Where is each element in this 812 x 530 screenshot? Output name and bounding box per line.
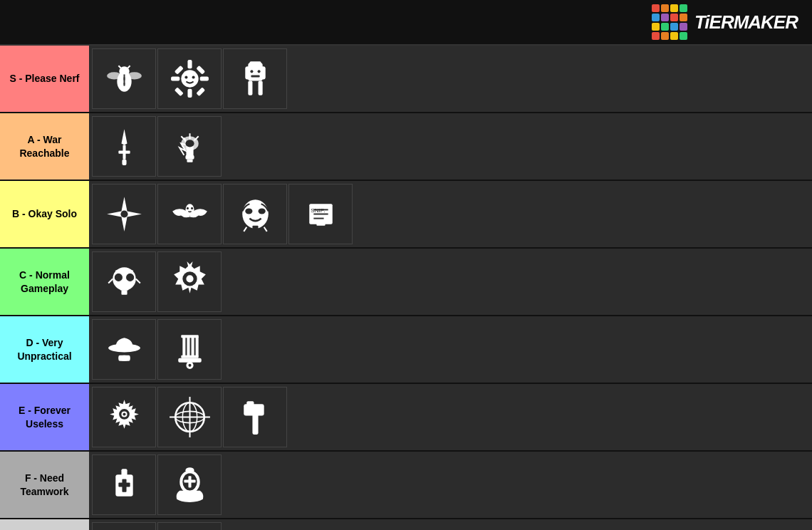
svg-rect-30 xyxy=(118,151,130,154)
svg-line-4 xyxy=(118,66,121,68)
tier-items-f xyxy=(89,452,812,518)
svg-point-45 xyxy=(242,199,269,229)
svg-point-44 xyxy=(191,207,193,209)
svg-rect-31 xyxy=(122,160,126,165)
tier-items-s xyxy=(89,46,812,112)
svg-rect-14 xyxy=(174,66,183,75)
svg-point-43 xyxy=(186,207,188,209)
item-hammer[interactable] xyxy=(223,387,287,447)
tier-label-c: C - Normal Gameplay xyxy=(0,249,89,315)
tier-label-f: F - Need Teamwork xyxy=(0,452,89,518)
svg-rect-55 xyxy=(316,223,325,226)
svg-rect-40 xyxy=(187,160,192,162)
tier-items-c xyxy=(89,249,812,315)
item-dagger[interactable] xyxy=(92,116,156,177)
svg-rect-68 xyxy=(118,355,130,361)
svg-point-19 xyxy=(192,76,194,78)
item-backpack[interactable] xyxy=(157,454,222,515)
svg-point-47 xyxy=(258,208,265,214)
item-mask[interactable] xyxy=(223,184,287,244)
tier-label-damn: Damn, no xyxy=(0,519,89,530)
svg-rect-94 xyxy=(121,469,127,477)
svg-rect-23 xyxy=(248,81,252,95)
svg-line-5 xyxy=(127,66,130,68)
svg-point-18 xyxy=(184,76,187,78)
svg-rect-22 xyxy=(259,66,265,79)
svg-point-65 xyxy=(186,275,193,282)
tier-row-s: S - Please Nerf xyxy=(0,46,812,113)
item-gear-explosion[interactable] xyxy=(157,251,222,312)
svg-rect-10 xyxy=(187,60,192,68)
header: TiERMAKER xyxy=(0,0,812,46)
tier-items-e xyxy=(89,384,812,450)
svg-point-27 xyxy=(257,70,260,73)
svg-rect-96 xyxy=(118,482,130,487)
item-scroll[interactable]: SNIP. xyxy=(288,184,353,244)
item-cowboy[interactable] xyxy=(92,319,156,380)
tier-row-c: C - Normal Gameplay xyxy=(0,249,812,316)
tier-row-f: F - Need Teamwork xyxy=(0,452,812,519)
svg-point-101 xyxy=(185,467,194,473)
tier-label-a: A - War Reachable xyxy=(0,113,89,180)
svg-point-80 xyxy=(123,412,125,415)
tier-items-b: SNIP. xyxy=(89,181,812,247)
tier-label-d: D - Very Unpractical xyxy=(0,316,89,383)
svg-rect-15 xyxy=(196,66,205,75)
svg-point-41 xyxy=(120,210,127,217)
logo-text: TiERMAKER xyxy=(694,11,798,33)
app-container: TiERMAKER S - Please Nerf xyxy=(0,0,812,530)
logo-grid xyxy=(652,4,687,40)
svg-line-49 xyxy=(244,227,246,232)
svg-rect-21 xyxy=(245,66,251,79)
svg-rect-69 xyxy=(182,336,185,356)
item-shuriken[interactable] xyxy=(92,184,156,244)
tier-items-a xyxy=(89,113,812,180)
item-turret[interactable] xyxy=(157,319,222,380)
item-hazmat[interactable] xyxy=(157,522,222,530)
svg-point-26 xyxy=(250,70,253,73)
svg-rect-48 xyxy=(252,226,258,230)
svg-point-38 xyxy=(185,140,194,147)
tier-row-damn: Damn, no xyxy=(0,519,812,530)
item-eye[interactable] xyxy=(92,387,156,447)
svg-rect-17 xyxy=(196,87,205,96)
svg-rect-70 xyxy=(187,336,189,356)
item-medkit[interactable] xyxy=(92,454,156,515)
svg-rect-60 xyxy=(120,285,128,291)
item-sun[interactable] xyxy=(157,48,222,109)
svg-rect-61 xyxy=(121,291,127,295)
svg-point-77 xyxy=(188,364,191,367)
tier-label-b: B - Okay Solo xyxy=(0,181,89,247)
svg-rect-74 xyxy=(181,355,198,358)
svg-rect-25 xyxy=(249,61,261,66)
item-bee[interactable] xyxy=(92,48,156,109)
item-explosion[interactable] xyxy=(157,116,222,177)
item-skull[interactable] xyxy=(92,522,156,530)
svg-rect-16 xyxy=(174,87,183,96)
item-gasmask[interactable] xyxy=(92,251,156,312)
tier-items-d xyxy=(89,316,812,383)
svg-rect-71 xyxy=(191,336,194,356)
svg-rect-72 xyxy=(195,336,198,356)
svg-rect-11 xyxy=(187,89,192,98)
svg-point-42 xyxy=(185,204,194,215)
svg-rect-73 xyxy=(181,335,198,338)
svg-rect-28 xyxy=(251,75,259,77)
svg-rect-92 xyxy=(246,401,254,407)
svg-rect-12 xyxy=(171,76,179,80)
svg-point-46 xyxy=(245,208,252,214)
tier-row-e: E - Forever Useless xyxy=(0,384,812,452)
svg-rect-24 xyxy=(258,81,262,95)
item-bat[interactable] xyxy=(157,184,222,244)
svg-point-3 xyxy=(127,72,141,79)
svg-point-2 xyxy=(107,72,121,79)
svg-line-63 xyxy=(135,279,140,283)
item-globe[interactable] xyxy=(157,387,222,447)
item-mech[interactable] xyxy=(223,48,287,109)
svg-rect-13 xyxy=(199,76,208,80)
tier-label-s: S - Please Nerf xyxy=(0,46,89,112)
tier-row-d: D - Very Unpractical xyxy=(0,316,812,384)
svg-point-58 xyxy=(114,273,123,281)
svg-text:SNIP.: SNIP. xyxy=(311,207,325,214)
svg-point-9 xyxy=(181,70,198,87)
